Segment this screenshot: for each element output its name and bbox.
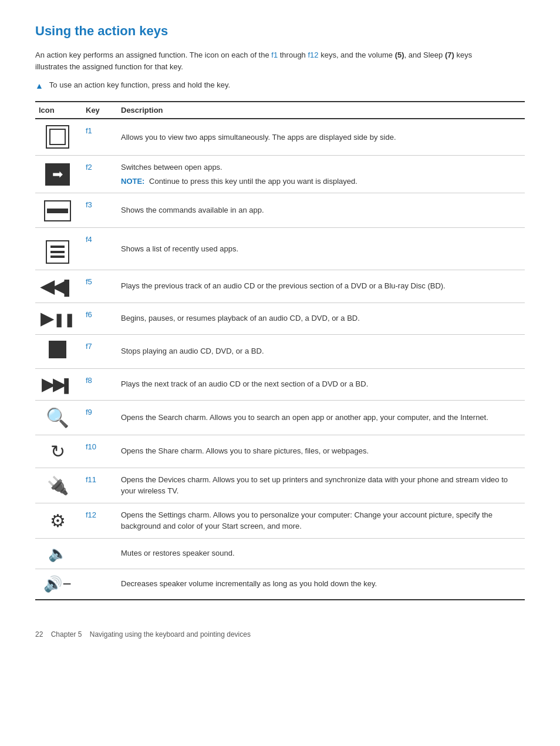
key-link[interactable]: f3 (86, 200, 92, 209)
table-row: ▶❚❚f6Begins, pauses, or resumes playback… (35, 303, 525, 334)
key-cell[interactable]: f4 (82, 228, 117, 270)
table-row: 🔌f11Opens the Devices charm. Allows you … (35, 468, 525, 503)
key-link[interactable]: f1 (86, 126, 92, 135)
col-header-icon: Icon (35, 102, 82, 119)
desc-cell: Opens the Search charm. Allows you to se… (117, 400, 525, 435)
footer-chapter-text: Navigating using the keyboard and pointi… (90, 630, 251, 639)
page-footer: 22 Chapter 5 Navigating using the keyboa… (35, 630, 525, 639)
key-cell (82, 538, 117, 569)
desc-cell: Stops playing an audio CD, DVD, or a BD. (117, 334, 525, 368)
icon-cell: ↻ (35, 435, 82, 468)
key-cell[interactable]: f5 (82, 270, 117, 303)
desc-cell: Opens the Settings charm. Allows you to … (117, 503, 525, 538)
key-link[interactable]: f11 (86, 475, 96, 484)
page-title: Using the action keys (35, 23, 525, 39)
desc-cell: Shows the commands available in an app. (117, 193, 525, 228)
icon-cell (35, 193, 82, 228)
table-row: 🔊−Decreases speaker volume incrementally… (35, 569, 525, 600)
table-row: f3Shows the commands available in an app… (35, 193, 525, 228)
note-label: NOTE: (121, 177, 147, 186)
icon-cell: ➡ (35, 156, 82, 193)
desc-cell: Opens the Share charm. Allows you to sha… (117, 435, 525, 468)
col-header-key: Key (82, 102, 117, 119)
bold-5: (5) (395, 51, 404, 59)
description-text: Opens the Share charm. Allows you to sha… (121, 446, 369, 455)
desc-cell: Allows you to view two apps simultaneous… (117, 119, 525, 156)
table-row: f1Allows you to view two apps simultaneo… (35, 119, 525, 156)
footer-chapter: Chapter 5 (51, 630, 82, 639)
table-header-row: Icon Key Description (35, 102, 525, 119)
table-footer-border (35, 600, 525, 601)
key-cell[interactable]: f2 (82, 156, 117, 193)
bullet-triangle-icon: ▲ (35, 81, 43, 90)
icon-cell: 🔊− (35, 569, 82, 600)
intro-text-2: through (278, 51, 308, 59)
description-text: Opens the Devices charm. Allows you to s… (121, 475, 508, 496)
description-text: Shows the commands available in an app. (121, 206, 264, 214)
bullet-item: ▲ To use an action key function, press a… (35, 80, 505, 90)
icon-cell (35, 334, 82, 368)
icon-cell: ◀◀▌ (35, 270, 82, 303)
table-row: ◀◀▌f5Plays the previous track of an audi… (35, 270, 525, 303)
key-link[interactable]: f6 (86, 310, 92, 319)
table-row: ▶▶▌f8Plays the next track of an audio CD… (35, 368, 525, 400)
footer-page: 22 (35, 630, 43, 639)
table-row: f4Shows a list of recently used apps. (35, 228, 525, 270)
key-cell[interactable]: f9 (82, 400, 117, 435)
key-link[interactable]: f5 (86, 277, 92, 286)
table-row: ➡ f2Switches between open apps.NOTE: Con… (35, 156, 525, 193)
description-text: Shows a list of recently used apps. (121, 244, 238, 253)
key-cell[interactable]: f6 (82, 303, 117, 334)
f12-link[interactable]: f12 (308, 51, 318, 59)
icon-cell: 🔍 (35, 400, 82, 435)
desc-cell: Plays the previous track of an audio CD … (117, 270, 525, 303)
intro-text-3: keys, and the volume (319, 51, 395, 59)
description-text: Decreases speaker volume incrementally a… (121, 579, 377, 588)
desc-cell: Decreases speaker volume incrementally a… (117, 569, 525, 600)
description-text: Opens the Search charm. Allows you to se… (121, 413, 488, 422)
table-row: ⚙f12Opens the Settings charm. Allows you… (35, 503, 525, 538)
icon-cell: ▶▶▌ (35, 368, 82, 400)
icon-cell: 🔌 (35, 468, 82, 503)
intro-paragraph: An action key performs an assigned funct… (35, 49, 505, 72)
key-cell[interactable]: f1 (82, 119, 117, 156)
key-cell[interactable]: f11 (82, 468, 117, 503)
icon-cell (35, 119, 82, 156)
key-link[interactable]: f2 (86, 163, 92, 172)
icon-cell: ▶❚❚ (35, 303, 82, 334)
key-cell[interactable]: f3 (82, 193, 117, 228)
key-link[interactable]: f4 (86, 235, 92, 244)
key-cell[interactable]: f12 (82, 503, 117, 538)
table-row: f7Stops playing an audio CD, DVD, or a B… (35, 334, 525, 368)
icon-cell: 🔈 (35, 538, 82, 569)
bullet-text: To use an action key function, press and… (49, 80, 230, 89)
description-text: Plays the previous track of an audio CD … (121, 281, 446, 290)
desc-cell: Shows a list of recently used apps. (117, 228, 525, 270)
key-cell[interactable]: f7 (82, 334, 117, 368)
description-text: Plays the next track of an audio CD or t… (121, 379, 368, 388)
key-link[interactable]: f9 (86, 408, 92, 416)
desc-cell: Switches between open apps.NOTE: Continu… (117, 156, 525, 193)
description-text: Stops playing an audio CD, DVD, or a BD. (121, 347, 264, 355)
icon-cell (35, 228, 82, 270)
key-cell[interactable]: f8 (82, 368, 117, 400)
intro-text-1: An action key performs an assigned funct… (35, 51, 271, 59)
table-row: ↻f10Opens the Share charm. Allows you to… (35, 435, 525, 468)
description-text: Switches between open apps. (121, 163, 222, 172)
key-link[interactable]: f8 (86, 376, 92, 385)
desc-cell: Mutes or restores speaker sound. (117, 538, 525, 569)
table-row: 🔍f9Opens the Search charm. Allows you to… (35, 400, 525, 435)
description-text: Allows you to view two apps simultaneous… (121, 133, 396, 142)
f1-link[interactable]: f1 (271, 51, 278, 59)
intro-text-4: , and Sleep (404, 51, 445, 59)
key-cell[interactable]: f10 (82, 435, 117, 468)
icon-cell: ⚙ (35, 503, 82, 538)
action-keys-table: Icon Key Description f1Allows you to vie… (35, 101, 525, 601)
key-link[interactable]: f7 (86, 342, 92, 351)
key-link[interactable]: f12 (86, 510, 96, 519)
note-text: NOTE: Continue to press this key until t… (121, 176, 519, 187)
bold-7: (7) (445, 51, 454, 59)
description-text: Mutes or restores speaker sound. (121, 549, 235, 557)
key-link[interactable]: f10 (86, 442, 96, 451)
desc-cell: Plays the next track of an audio CD or t… (117, 368, 525, 400)
